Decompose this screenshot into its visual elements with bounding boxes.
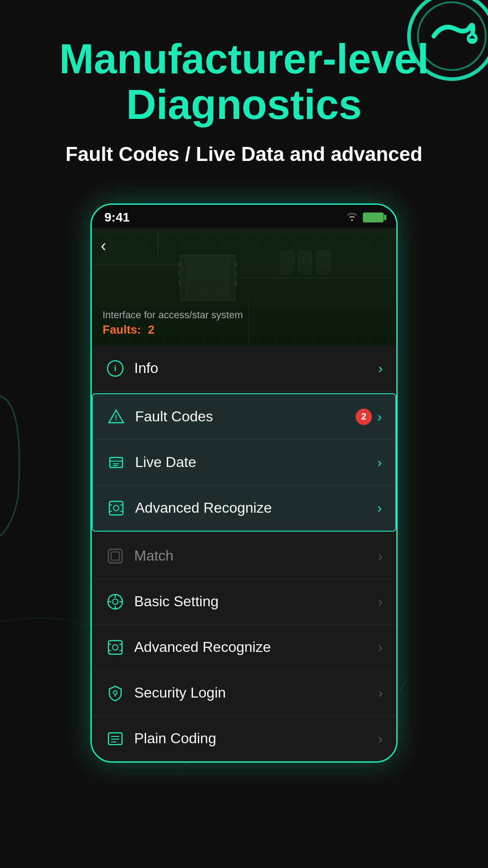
menu-item-info[interactable]: i Info › (92, 346, 396, 392)
advanced-recognize-2-icon (105, 637, 125, 657)
status-time: 9:41 (104, 210, 130, 225)
match-icon (105, 546, 125, 566)
phone-frame: 9:41 (90, 203, 398, 763)
menu-item-basic-setting[interactable]: Basic Setting › (92, 579, 396, 625)
fault-info: Interface for access/star system Faults:… (103, 309, 243, 337)
security-login-icon (105, 683, 125, 703)
info-label: Info (134, 360, 378, 377)
svg-rect-32 (108, 549, 122, 563)
live-date-arrow: › (377, 455, 382, 470)
info-arrow: › (378, 361, 383, 376)
svg-rect-18 (316, 251, 330, 274)
plain-coding-arrow: › (378, 731, 383, 746)
svg-text:i: i (114, 364, 116, 373)
highlighted-group: ! Fault Codes 2 › (92, 393, 396, 532)
app-logo (407, 0, 488, 81)
svg-rect-17 (298, 251, 312, 274)
advanced-recognize-2-arrow: › (378, 640, 383, 655)
back-button[interactable]: ‹ (101, 236, 106, 255)
menu-list: i Info › ! Fault Codes 2 (92, 346, 396, 761)
advanced-recognize-2-label: Advanced Recognize (134, 639, 378, 656)
hero-subtitle: Fault Codes / Live Data and advanced (27, 141, 461, 167)
svg-text:!: ! (115, 414, 117, 422)
svg-rect-33 (111, 552, 119, 560)
menu-item-advanced-recognize-2[interactable]: Advanced Recognize › (92, 625, 396, 670)
fault-codes-label: Fault Codes (135, 408, 356, 425)
circuit-description: Interface for access/star system (103, 309, 243, 321)
basic-setting-icon (105, 592, 125, 612)
menu-item-security-login[interactable]: Security Login › (92, 670, 396, 716)
circuit-background: ‹ Interface for access/star system Fault… (92, 228, 396, 346)
battery-icon (363, 212, 384, 222)
phone-mockup: 9:41 (90, 203, 398, 763)
advanced-recognize-icon (106, 498, 126, 518)
menu-item-advanced-recognize-highlighted[interactable]: Advanced Recognize › (93, 486, 395, 531)
menu-item-plain-coding[interactable]: Plain Coding › (92, 716, 396, 761)
svg-point-46 (113, 691, 117, 694)
svg-rect-13 (235, 262, 237, 267)
svg-rect-15 (235, 280, 237, 285)
menu-item-live-date[interactable]: Live Date › (93, 440, 395, 486)
svg-point-41 (113, 645, 118, 650)
svg-rect-40 (108, 641, 122, 654)
wifi-icon (346, 211, 358, 224)
svg-rect-16 (280, 251, 294, 274)
menu-item-match[interactable]: Match › (92, 533, 396, 579)
advanced-recognize-label-highlighted: Advanced Recognize (135, 500, 377, 516)
match-label: Match (134, 547, 378, 564)
basic-setting-label: Basic Setting (134, 593, 378, 610)
match-arrow: › (378, 548, 383, 564)
svg-point-35 (113, 599, 118, 604)
hero-title: Manufacturer-level Diagnostics (27, 36, 461, 127)
live-date-label: Live Date (135, 454, 377, 471)
status-bar: 9:41 (92, 205, 396, 228)
security-login-label: Security Login (134, 684, 378, 701)
live-date-icon (106, 453, 126, 472)
fault-codes-arrow: › (377, 409, 382, 425)
svg-rect-12 (178, 280, 181, 285)
fault-codes-badge: 2 (356, 409, 372, 425)
fault-count-display: Faults: 2 (103, 323, 243, 337)
menu-item-fault-codes[interactable]: ! Fault Codes 2 › (93, 394, 395, 440)
plain-coding-icon (105, 729, 125, 749)
info-icon: i (105, 359, 125, 378)
svg-rect-14 (235, 271, 237, 276)
svg-rect-10 (178, 262, 181, 267)
fault-codes-icon: ! (106, 407, 126, 427)
svg-point-27 (113, 505, 119, 511)
security-login-arrow: › (378, 685, 383, 701)
svg-rect-5 (185, 260, 230, 296)
status-icons (346, 211, 384, 224)
svg-rect-26 (109, 501, 123, 515)
svg-rect-11 (178, 271, 181, 276)
plain-coding-label: Plain Coding (134, 730, 378, 747)
advanced-recognize-arrow-highlighted: › (377, 500, 382, 516)
basic-setting-arrow: › (378, 594, 383, 609)
